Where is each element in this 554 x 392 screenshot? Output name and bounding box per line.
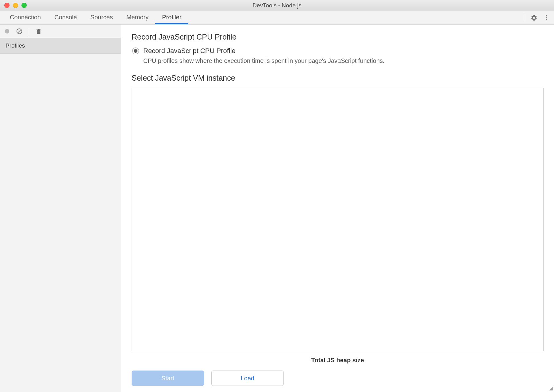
tab-connection[interactable]: Connection [3,11,48,24]
radio-label: Record JavaScript CPU Profile [143,47,236,55]
tab-label: Console [54,14,77,21]
vm-section-title: Select JavaScript VM instance [132,74,544,83]
tab-label: Memory [126,14,148,21]
gear-icon [531,14,537,21]
clear-button[interactable] [16,28,23,35]
tab-memory[interactable]: Memory [120,11,155,24]
vertical-divider [525,14,525,21]
resize-handle-icon[interactable]: ◢ [549,386,553,391]
sidebar: Profiles [0,25,121,392]
profile-type-radio-row[interactable]: Record JavaScript CPU Profile [132,47,544,55]
svg-point-1 [546,17,547,18]
sidebar-item-label: Profiles [6,42,25,49]
traffic-lights [0,3,27,8]
vm-instance-list[interactable] [132,88,544,351]
delete-button[interactable] [35,28,42,35]
tabbar-right-controls [525,11,554,24]
radio-description: CPU profiles show where the execution ti… [143,57,544,64]
tab-label: Connection [10,14,41,21]
main-panel: Record JavaScript CPU Profile Record Jav… [121,25,554,392]
tab-console[interactable]: Console [48,11,83,24]
vertical-divider [29,28,29,35]
section-title: Record JavaScript CPU Profile [132,33,544,41]
more-options-button[interactable] [543,14,550,21]
maximize-window-button[interactable] [21,3,27,8]
close-window-button[interactable] [4,3,10,8]
window-titlebar: DevTools - Node.js [0,0,554,11]
sidebar-item-profiles[interactable]: Profiles [0,38,121,54]
clear-icon [16,28,23,35]
record-icon [4,28,10,35]
tab-profiler[interactable]: Profiler [155,11,188,24]
heap-size-label: Total JS heap size [132,357,544,364]
kebab-icon [543,14,550,21]
radio-dot [134,49,137,53]
load-button[interactable]: Load [211,371,284,386]
button-label: Start [161,375,174,382]
svg-point-0 [546,15,547,16]
tab-label: Sources [90,14,113,21]
button-row: Start Load [132,371,544,386]
record-button[interactable] [4,28,10,35]
minimize-window-button[interactable] [13,3,18,8]
settings-button[interactable] [531,14,537,21]
tab-sources[interactable]: Sources [84,11,120,24]
content-area: Profiles Record JavaScript CPU Profile R… [0,25,554,392]
radio-cpu-profile[interactable] [132,48,139,54]
window-title: DevTools - Node.js [0,2,554,9]
svg-point-3 [5,29,10,33]
button-label: Load [241,375,255,382]
trash-icon [35,28,42,35]
svg-line-5 [18,29,21,33]
sidebar-toolbar [0,25,121,38]
tab-label: Profiler [162,14,181,21]
svg-point-2 [546,19,547,20]
start-button[interactable]: Start [132,371,204,386]
tab-bar: Connection Console Sources Memory Profil… [0,11,554,25]
